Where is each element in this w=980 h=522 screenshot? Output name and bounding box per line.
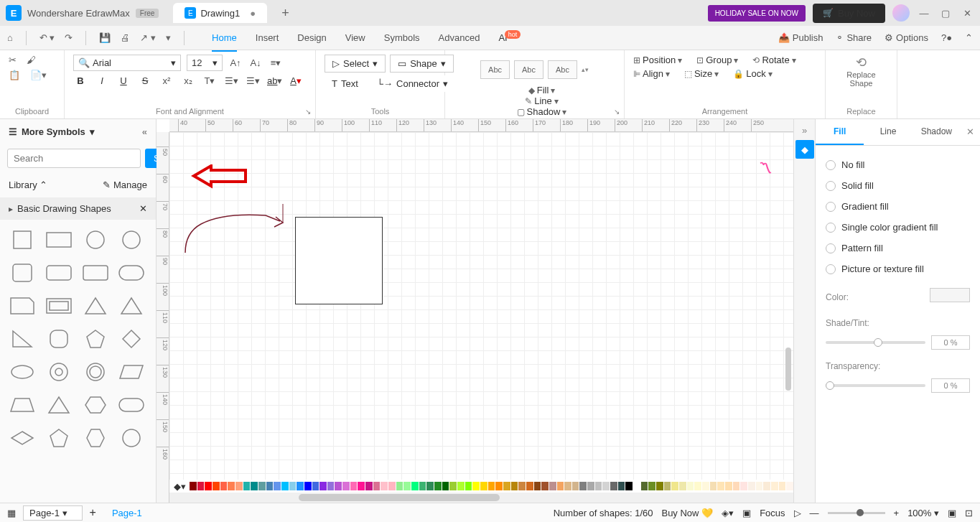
color-cell[interactable]	[771, 482, 778, 490]
horizontal-scrollbar[interactable]	[299, 494, 500, 501]
close-button[interactable]: ✕	[960, 6, 974, 20]
color-cell[interactable]	[511, 482, 518, 490]
collapse-left-icon[interactable]: «	[142, 126, 147, 137]
tab-shadow[interactable]: Shadow	[913, 119, 961, 145]
color-cell[interactable]	[258, 482, 266, 490]
zoom-value[interactable]: 100% ▾	[907, 508, 939, 518]
color-cell[interactable]	[480, 482, 487, 490]
style-preset-1[interactable]: Abc	[480, 60, 510, 79]
shape-diamond[interactable]	[118, 327, 145, 350]
shape-parallelogram[interactable]	[118, 360, 145, 383]
color-cell[interactable]	[457, 482, 465, 490]
font-select[interactable]: 🔍 Arial▾	[73, 55, 181, 71]
holiday-banner[interactable]: HOLIDAY SALE ON NOW	[708, 5, 806, 22]
shape-ellipse[interactable]	[9, 360, 36, 383]
increase-font-icon[interactable]: A↑	[228, 57, 243, 68]
color-cell[interactable]	[763, 482, 770, 490]
shape-pentagon2[interactable]	[45, 427, 73, 449]
focus-button[interactable]: Focus	[760, 508, 785, 518]
size-button[interactable]: ⬚ Size▾	[684, 68, 719, 79]
shape-right-triangle[interactable]	[9, 327, 36, 350]
menu-home[interactable]: Home	[212, 29, 237, 46]
color-cell[interactable]	[541, 482, 549, 490]
style-preset-2[interactable]: Abc	[514, 60, 543, 79]
align-button[interactable]: ⊫ Align▾	[633, 68, 670, 79]
color-cell[interactable]	[656, 482, 663, 490]
color-cell[interactable]	[319, 482, 327, 490]
color-cell[interactable]	[733, 482, 740, 490]
copy-icon[interactable]: 📋	[9, 70, 20, 80]
zoom-out-icon[interactable]: —	[810, 508, 819, 518]
menu-view[interactable]: View	[345, 29, 365, 46]
color-cell[interactable]	[534, 482, 541, 490]
menu-insert[interactable]: Insert	[256, 29, 279, 46]
color-cell[interactable]	[403, 482, 411, 490]
publish-button[interactable]: 📤 Publish	[778, 32, 823, 43]
zoom-slider[interactable]	[828, 512, 885, 514]
color-cell[interactable]	[679, 482, 686, 490]
color-cell[interactable]	[213, 482, 220, 490]
color-cell[interactable]	[190, 482, 197, 490]
shape-triangle2[interactable]	[118, 294, 145, 317]
export-icon[interactable]: ↗ ▾	[140, 32, 156, 43]
shade-slider[interactable]	[826, 341, 925, 344]
shape-donut[interactable]	[45, 360, 73, 383]
drawn-connector[interactable]	[179, 204, 294, 261]
color-cell[interactable]	[488, 482, 495, 490]
color-cell[interactable]	[710, 482, 717, 490]
shape-rounded-rect2[interactable]	[82, 261, 109, 284]
superscript-button[interactable]: x²	[159, 75, 174, 86]
vertical-scrollbar[interactable]	[785, 348, 791, 391]
cut-icon[interactable]: ✂	[9, 55, 17, 65]
color-cell[interactable]	[327, 482, 335, 490]
expand-right-icon[interactable]: »	[802, 125, 807, 136]
case-button[interactable]: T▾	[202, 75, 217, 86]
color-cell[interactable]	[434, 482, 442, 490]
style-more[interactable]: ▴▾	[582, 66, 589, 73]
color-cell[interactable]	[725, 482, 732, 490]
play-icon[interactable]: ▷	[794, 508, 801, 518]
color-cell[interactable]	[503, 482, 510, 490]
replace-shape-label[interactable]: Replace Shape	[846, 70, 875, 88]
shape-tool[interactable]: ▭ Shape ▾	[390, 55, 454, 73]
color-cell[interactable]	[426, 482, 434, 490]
shape-rounded-poly[interactable]	[45, 327, 73, 350]
shape-triangle[interactable]	[82, 294, 109, 317]
replace-shape-icon[interactable]: ⟲	[856, 55, 867, 70]
zoom-in-icon[interactable]: +	[894, 508, 900, 518]
color-cell[interactable]	[625, 482, 633, 490]
color-cell[interactable]	[304, 482, 312, 490]
home-icon[interactable]: ⌂	[7, 32, 13, 43]
redo-icon[interactable]: ↷	[65, 32, 73, 43]
tab-line[interactable]: Line	[864, 119, 912, 145]
radio-pattern-fill[interactable]: Pattern fill	[826, 238, 970, 258]
menu-design[interactable]: Design	[297, 29, 326, 46]
library-link[interactable]: Library ⌃	[9, 180, 47, 190]
subscript-button[interactable]: x₂	[181, 75, 195, 86]
menu-advanced[interactable]: Advanced	[439, 29, 480, 46]
color-cell[interactable]	[281, 482, 289, 490]
color-cell[interactable]	[381, 482, 388, 490]
color-cell[interactable]	[579, 482, 587, 490]
shade-value[interactable]: 0 %	[931, 335, 970, 350]
lock-button[interactable]: 🔒 Lock▾	[733, 68, 772, 79]
strike-button[interactable]: S	[138, 75, 152, 86]
color-cell[interactable]	[335, 482, 342, 490]
color-cell[interactable]	[572, 482, 579, 490]
layers-icon[interactable]: ◈▾	[722, 508, 734, 518]
connector-tool[interactable]: └→ Connector ▾	[370, 75, 455, 92]
underline-button[interactable]: U	[116, 75, 131, 86]
radio-single-gradient[interactable]: Single color gradient fill	[826, 217, 970, 238]
page-tab[interactable]: Page-1	[103, 508, 151, 518]
shape-trapezoid[interactable]	[9, 393, 36, 416]
close-section-icon[interactable]: ✕	[139, 203, 147, 214]
rotate-button[interactable]: ⟲ Rotate▾	[752, 55, 795, 65]
bold-button[interactable]: B	[73, 75, 88, 86]
color-cell[interactable]	[449, 482, 457, 490]
paste-icon[interactable]: 📄▾	[30, 70, 47, 80]
color-cell[interactable]	[266, 482, 274, 490]
color-cell[interactable]	[251, 482, 258, 490]
color-swatch[interactable]	[930, 288, 970, 302]
shape-rounded-square[interactable]	[9, 261, 36, 284]
document-tab[interactable]: E Drawing1 ●	[173, 3, 267, 23]
